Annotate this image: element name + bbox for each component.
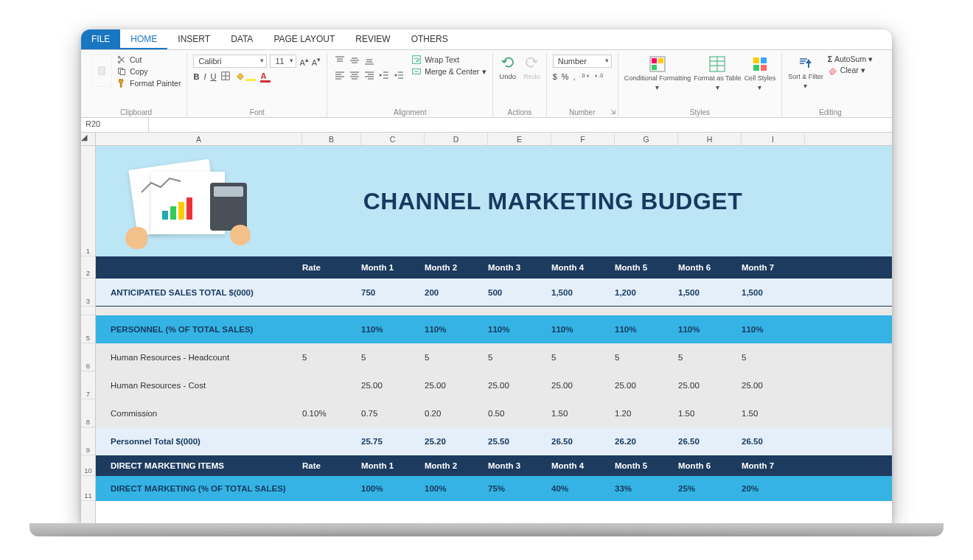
row-4[interactable] [81,307,95,315]
tab-review[interactable]: REVIEW [345,29,400,49]
decrease-decimal-button[interactable]: .0 [595,71,605,83]
align-bottom-button[interactable] [363,55,376,66]
row-direct-pct[interactable]: DIRECT MARKETING (% OF TOTAL SALES) 100%… [96,476,892,501]
wrap-text-button[interactable]: Wrap Text [411,55,486,65]
scissors-icon [116,55,127,65]
comma-button[interactable]: , [573,72,576,81]
underline-button[interactable]: U [210,72,216,81]
group-actions: Undo Redo Actions [493,53,546,117]
percent-button[interactable]: % [562,72,569,81]
row-11[interactable]: 11 [81,476,95,501]
paste-button[interactable] [91,55,112,87]
merge-center-button[interactable]: Merge & Center ▾ [411,66,486,77]
paste-icon [97,66,107,76]
row-6[interactable]: 6 [81,343,95,371]
row-1[interactable]: 1 [81,146,95,256]
row-9[interactable]: 9 [81,427,95,455]
col-I[interactable]: I [742,133,805,145]
number-dialog-launcher[interactable]: ⇲ [610,108,616,116]
inc-dec-icon: .0 [580,71,590,81]
wrap-icon [411,55,422,65]
indent-inc-button[interactable] [392,69,405,81]
font-size-select[interactable]: 11 [270,55,296,68]
svg-rect-42 [658,58,663,63]
tab-data[interactable]: DATA [220,29,263,49]
row-personnel-total[interactable]: Personnel Total $(000) 25.75 25.20 25.50… [96,427,892,455]
formula-bar: R20 [81,118,892,133]
row-5[interactable]: 5 [81,315,95,343]
tab-file[interactable]: FILE [81,29,120,49]
fill-color-button[interactable] [235,71,256,83]
format-table-button[interactable]: Format as Table ▾ [694,55,741,91]
row-personnel-pct[interactable]: PERSONNEL (% OF TOTAL SALES) 110% 110% 1… [96,315,892,343]
increase-font-button[interactable]: A▴ [299,55,308,67]
align-middle-button[interactable] [348,55,361,66]
clear-button[interactable]: Clear ▾ [828,65,873,75]
sheet-cells[interactable]: CHANNEL MARKETING BUDGET Rate Month 1 Mo… [96,146,892,523]
autosum-button[interactable]: Σ AutoSum ▾ [828,55,873,63]
indent-dec-button[interactable] [377,69,391,81]
number-format-select[interactable]: Number [553,55,612,68]
select-all-corner[interactable]: ◢ [81,133,96,145]
undo-button[interactable]: Undo [499,55,516,80]
align-center-icon [349,71,360,80]
col-E[interactable]: E [488,133,551,145]
font-color-button[interactable]: A [260,71,271,83]
row-direct-items[interactable]: DIRECT MARKETING ITEMS Rate Month 1 Mont… [96,455,892,476]
row-8[interactable]: 8 [81,399,95,427]
bold-button[interactable]: B [193,72,199,81]
redo-button[interactable]: Redo [523,55,540,80]
svg-text:.0: .0 [581,73,585,78]
copy-button[interactable]: Copy [116,66,181,77]
group-styles: Conditional Formatting ▾ Format as Table… [618,53,782,117]
align-center-button[interactable] [348,69,361,81]
group-label-alignment: Alignment [327,108,492,116]
format-painter-button[interactable]: Format Painter [116,78,181,88]
italic-button[interactable]: I [203,72,206,81]
formula-input[interactable] [149,118,892,132]
col-D[interactable]: D [425,133,488,145]
cell-styles-button[interactable]: Cell Styles ▾ [744,55,776,91]
currency-button[interactable]: $ [553,72,557,81]
row-hr-headcount[interactable]: Human Resources - Headcount 5 5 5 5 5 5 … [96,343,892,371]
row-3[interactable]: 3 [81,279,95,307]
sort-filter-button[interactable]: Sort & Filter ▾ [788,55,823,90]
tab-home[interactable]: HOME [120,29,167,49]
increase-decimal-button[interactable]: .0 [580,71,590,83]
indent-dec-icon [379,71,389,80]
align-left-button[interactable] [333,69,346,81]
row-anticipated[interactable]: ANTICIPATED SALES TOTAL $(000) 750 200 5… [96,279,892,307]
align-left-icon [335,71,345,80]
brush-icon [116,78,127,88]
row-headers: 1 2 3 5 6 7 8 9 10 11 [81,146,96,523]
border-button[interactable] [220,71,231,83]
col-G[interactable]: G [615,133,678,145]
tab-others[interactable]: OTHERS [401,29,458,49]
group-label-editing: Editing [782,108,879,116]
tab-insert[interactable]: INSERT [167,29,220,49]
font-family-select[interactable]: Calibri [193,55,267,68]
align-right-button[interactable] [363,69,376,81]
title-illustration [111,153,258,249]
col-H[interactable]: H [678,133,742,145]
col-A[interactable]: A [96,133,302,145]
align-right-icon [364,71,374,80]
svg-rect-51 [761,65,767,71]
col-F[interactable]: F [551,133,615,145]
group-label-styles: Styles [618,108,781,116]
align-top-button[interactable] [333,55,346,66]
conditional-formatting-button[interactable]: Conditional Formatting ▾ [624,55,691,91]
chart-line-icon [140,174,184,196]
cut-button[interactable]: Cut [116,55,181,65]
decrease-font-button[interactable]: A▾ [312,55,321,67]
row-commission[interactable]: Commission 0.10% 0.75 0.20 0.50 1.50 1.2… [96,399,892,427]
row-2[interactable]: 2 [81,256,95,279]
name-box[interactable]: R20 [81,118,149,132]
col-C[interactable]: C [361,133,425,145]
row-7[interactable]: 7 [81,371,95,399]
col-B[interactable]: B [302,133,361,145]
row-hr-cost[interactable]: Human Resources - Cost 25.00 25.00 25.00… [96,371,892,399]
redo-icon [523,55,540,71]
tab-page-layout[interactable]: PAGE LAYOUT [263,29,345,49]
row-10[interactable]: 10 [81,455,95,476]
